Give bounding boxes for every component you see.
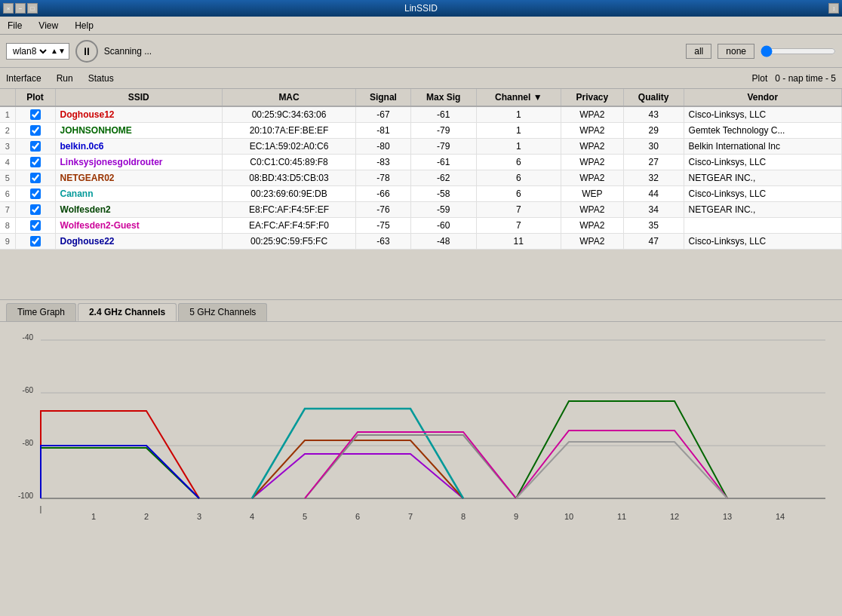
toolbar: wlan8 ▲▼ ⏸ Scanning ... all none: [0, 35, 842, 68]
table-header-row: Plot SSID MAC Signal Max Sig Channel ▼ P…: [0, 89, 842, 106]
row-number: 5: [0, 170, 15, 186]
svg-text:8: 8: [461, 512, 466, 521]
channel-chart: -40 -60 -80 -100 | 1 2 3 4 5 6 7 8 9 10 …: [3, 325, 839, 544]
row-quality: 44: [623, 186, 684, 202]
table-row: 6 Canann 00:23:69:60:9E:DB -66 -58 6 WEP…: [0, 186, 842, 202]
interface-label[interactable]: Interface: [6, 73, 41, 84]
nap-time-value: 0 - nap time - 5: [775, 73, 836, 84]
table-row: 4 Linksysjonesgoldrouter C0:C1:C0:45:89:…: [0, 155, 842, 170]
interface-dropdown[interactable]: wlan8: [10, 45, 49, 57]
row-plot[interactable]: [15, 155, 55, 170]
row-ssid: JOHNSONHOME: [55, 123, 223, 139]
titlebar-controls[interactable]: × − □: [3, 3, 38, 14]
menu-file[interactable]: File: [3, 19, 26, 32]
table-row: 9 Doghouse22 00:25:9C:59:F5:FC -63 -48 1…: [0, 234, 842, 250]
col-plot[interactable]: Plot: [15, 89, 55, 106]
tab-2ghz[interactable]: 2.4 GHz Channels: [78, 303, 177, 321]
run-label[interactable]: Run: [57, 73, 73, 84]
row-channel: 7: [476, 202, 561, 218]
interface-selector[interactable]: wlan8 ▲▼: [6, 43, 69, 60]
plot-checkbox[interactable]: [30, 157, 41, 167]
close-button[interactable]: ×: [3, 3, 14, 14]
row-signal: -67: [356, 106, 411, 123]
row-plot[interactable]: [15, 218, 55, 234]
row-maxsig: -61: [410, 106, 476, 123]
row-ssid: belkin.0c6: [55, 139, 223, 155]
plot-checkbox[interactable]: [30, 141, 41, 152]
svg-text:4: 4: [250, 512, 254, 521]
row-signal: -75: [356, 218, 411, 234]
none-button[interactable]: none: [718, 44, 754, 59]
plot-checkbox[interactable]: [30, 173, 41, 183]
row-quality: 27: [623, 155, 684, 170]
pause-button[interactable]: ⏸: [75, 40, 98, 63]
row-privacy: WPA2: [561, 218, 623, 234]
all-button[interactable]: all: [686, 44, 711, 59]
row-number: 2: [0, 123, 15, 139]
col-maxsig[interactable]: Max Sig: [410, 89, 476, 106]
svg-text:9: 9: [514, 512, 518, 521]
signal-slider[interactable]: [761, 45, 836, 57]
row-maxsig: -79: [410, 139, 476, 155]
row-vendor: NETGEAR INC.,: [684, 170, 841, 186]
status-label[interactable]: Status: [88, 73, 114, 84]
plot-checkbox[interactable]: [30, 188, 41, 199]
col-quality[interactable]: Quality: [623, 89, 684, 106]
plot-label: Plot: [752, 73, 768, 84]
row-plot[interactable]: [15, 123, 55, 139]
svg-text:-80: -80: [23, 439, 34, 447]
subtoolbar-right: Plot 0 - nap time - 5: [752, 73, 836, 84]
row-channel: 1: [476, 123, 561, 139]
maximize-button[interactable]: □: [27, 3, 38, 14]
row-mac: 00:25:9C:59:F5:FC: [223, 234, 356, 250]
col-vendor[interactable]: Vendor: [684, 89, 841, 106]
row-ssid: Wolfesden2: [55, 202, 223, 218]
svg-text:12: 12: [670, 512, 679, 521]
menu-view[interactable]: View: [34, 19, 63, 32]
row-plot[interactable]: [15, 202, 55, 218]
row-vendor: Cisco-Linksys, LLC: [684, 155, 841, 170]
row-plot[interactable]: [15, 139, 55, 155]
row-mac: EA:FC:AF:F4:5F:F0: [223, 218, 356, 234]
row-privacy: WPA2: [561, 139, 623, 155]
app-title: LinSSID: [404, 3, 438, 14]
table-container: Plot SSID MAC Signal Max Sig Channel ▼ P…: [0, 89, 842, 300]
row-plot[interactable]: [15, 170, 55, 186]
row-plot[interactable]: [15, 106, 55, 123]
table-row: 7 Wolfesden2 E8:FC:AF:F4:5F:EF -76 -59 7…: [0, 202, 842, 218]
row-maxsig: -58: [410, 186, 476, 202]
plot-checkbox[interactable]: [30, 204, 41, 215]
col-signal[interactable]: Signal: [356, 89, 411, 106]
plot-checkbox[interactable]: [30, 125, 41, 136]
row-vendor: [684, 218, 841, 234]
minimize-button[interactable]: −: [15, 3, 26, 14]
plot-checkbox[interactable]: [30, 109, 41, 120]
tab-5ghz[interactable]: 5 GHz Channels: [178, 303, 267, 321]
row-mac: C0:C1:C0:45:89:F8: [223, 155, 356, 170]
col-mac[interactable]: MAC: [223, 89, 356, 106]
svg-text:-60: -60: [23, 386, 34, 394]
menubar: File View Help: [0, 17, 842, 35]
resize-button[interactable]: ↕: [828, 3, 839, 14]
plot-checkbox[interactable]: [30, 236, 41, 247]
col-channel[interactable]: Channel ▼: [476, 89, 561, 106]
menu-help[interactable]: Help: [70, 19, 98, 32]
tab-time-graph[interactable]: Time Graph: [6, 303, 76, 321]
col-ssid[interactable]: SSID: [55, 89, 223, 106]
row-ssid: Doghouse22: [55, 234, 223, 250]
row-vendor: Belkin International Inc: [684, 139, 841, 155]
plot-checkbox[interactable]: [30, 220, 41, 231]
row-signal: -80: [356, 139, 411, 155]
row-number: 6: [0, 186, 15, 202]
titlebar: × − □ LinSSID ↕: [0, 0, 842, 17]
row-vendor: Cisco-Linksys, LLC: [684, 106, 841, 123]
row-signal: -66: [356, 186, 411, 202]
svg-text:13: 13: [723, 512, 732, 521]
col-privacy[interactable]: Privacy: [561, 89, 623, 106]
row-plot[interactable]: [15, 234, 55, 250]
row-plot[interactable]: [15, 186, 55, 202]
row-channel: 6: [476, 155, 561, 170]
row-mac: EC:1A:59:02:A0:C6: [223, 139, 356, 155]
row-mac: 00:23:69:60:9E:DB: [223, 186, 356, 202]
row-vendor: NETGEAR INC.,: [684, 202, 841, 218]
